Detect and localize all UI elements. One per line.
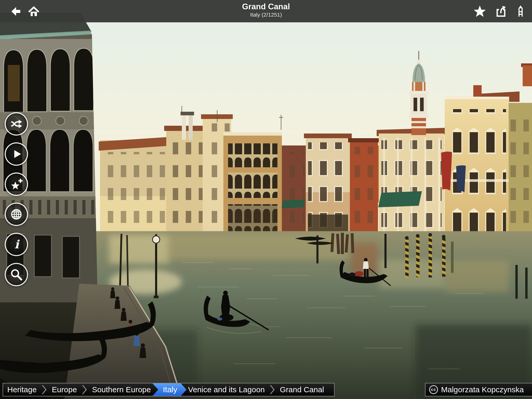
- shuffle-button[interactable]: [5, 112, 28, 136]
- tower-button[interactable]: [512, 0, 529, 22]
- breadcrumb-item-southern-europe[interactable]: Southern Europe: [88, 383, 155, 396]
- search-button[interactable]: [5, 263, 28, 286]
- photo-title-block: Grand Canal Italy (2/1251): [242, 2, 290, 18]
- svg-text:i: i: [15, 238, 20, 251]
- photo-subtitle: Italy (2/1251): [242, 11, 290, 18]
- photo-title: Grand Canal: [242, 2, 290, 11]
- photo-viewer-app: Grand Canal Italy (2/1251): [0, 0, 532, 399]
- creative-commons-icon: cc: [429, 385, 438, 394]
- home-icon: [28, 5, 40, 17]
- share-icon: [495, 5, 507, 17]
- play-icon: [10, 147, 23, 161]
- chevron-right-icon: [41, 383, 48, 396]
- play-slideshow-button[interactable]: [5, 142, 28, 166]
- shuffle-icon: [10, 117, 23, 131]
- home-button[interactable]: [25, 0, 42, 22]
- attribution[interactable]: cc Malgorzata Kopczynska: [425, 383, 532, 396]
- info-icon: i: [10, 238, 23, 251]
- breadcrumb: Heritage Europe Southern Europe Italy Ve…: [3, 383, 335, 396]
- add-favorite-button[interactable]: [5, 172, 28, 196]
- back-button[interactable]: [7, 0, 23, 22]
- chevron-right-icon: [269, 383, 276, 396]
- attribution-author: Malgorzata Kopczynska: [441, 385, 524, 394]
- chevron-right-icon: [81, 383, 88, 396]
- gothic-palace: [223, 132, 282, 236]
- favorite-button[interactable]: [471, 0, 488, 22]
- breadcrumb-item-heritage[interactable]: Heritage: [3, 383, 41, 396]
- top-bar: Grand Canal Italy (2/1251): [0, 0, 532, 22]
- star-plus-icon: [10, 177, 23, 191]
- search-icon: [10, 268, 23, 281]
- globe-button[interactable]: [5, 203, 28, 226]
- star-icon: [473, 5, 486, 18]
- photo-grand-canal[interactable]: [0, 0, 532, 399]
- back-arrow-icon: [9, 5, 21, 17]
- info-button[interactable]: i: [5, 233, 28, 256]
- green-awning-small: [282, 200, 305, 208]
- tower-icon: [514, 5, 527, 17]
- globe-icon: [10, 208, 23, 221]
- breadcrumb-item-italy-active[interactable]: Italy: [152, 383, 187, 396]
- share-button[interactable]: [493, 0, 509, 22]
- breadcrumb-item-europe[interactable]: Europe: [48, 383, 81, 396]
- breadcrumb-item-grand-canal[interactable]: Grand Canal: [276, 383, 328, 396]
- green-awning-large: [378, 191, 422, 207]
- breadcrumb-item-venice-lagoon[interactable]: Venice and its Lagoon: [184, 383, 269, 396]
